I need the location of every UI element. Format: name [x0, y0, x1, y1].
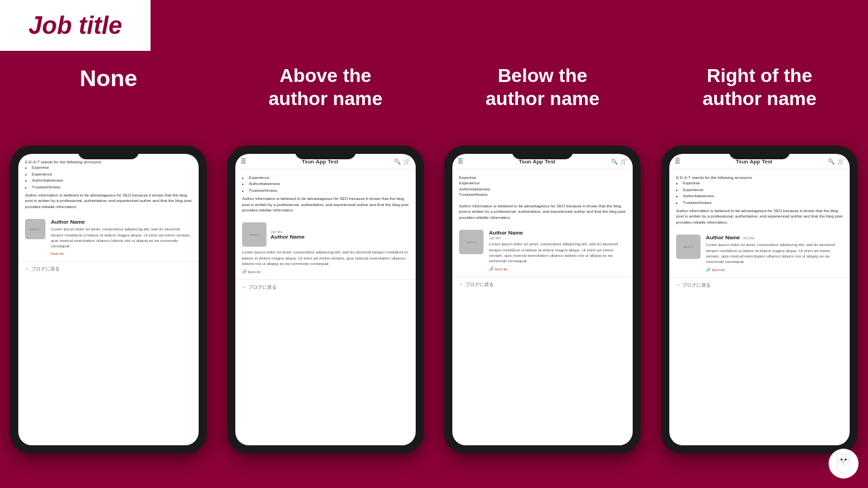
back-link-right[interactable]: ← ブログに戻る	[669, 277, 850, 293]
phone-notch-above	[295, 146, 356, 159]
col-label-right: Right of theauthor name	[665, 64, 854, 110]
menu-icon: ☰	[241, 158, 246, 165]
back-link-none[interactable]: ← ブログに戻る	[18, 261, 199, 277]
avatar-below: SAMPLE	[459, 230, 484, 254]
header-banner: Job title	[0, 0, 151, 51]
author-block-none: SAMPLE Author Name Lorem ipsum dolor sit…	[25, 215, 192, 256]
page-title: Job title	[28, 12, 122, 40]
phone-screen-above: ☰ Tsun App Test 🔍 🛒 Experience Authorita…	[235, 154, 416, 445]
back-link-above[interactable]: ← ブログに戻る	[235, 279, 416, 295]
phone-notch-below	[512, 146, 573, 159]
author-link[interactable]: tsun.ec	[51, 251, 192, 256]
svg-point-7	[842, 461, 845, 463]
phone-notch-right	[729, 146, 790, 159]
phone-notch	[78, 146, 139, 159]
column-labels: None Above theauthor name Below theautho…	[0, 64, 868, 110]
author-block-below: SAMPLE Author Name Job title Lorem ipsum…	[459, 226, 626, 271]
phone-above: ☰ Tsun App Test 🔍 🛒 Experience Authorita…	[227, 146, 424, 453]
search-icon-below: 🔍	[611, 159, 618, 165]
phones-row: E-E-A-T stands for the following acronym…	[0, 146, 868, 453]
author-link-below[interactable]: 🔗 tsun.ec	[489, 266, 626, 271]
menu-icon-below: ☰	[458, 158, 463, 165]
menu-icon-right: ☰	[675, 158, 680, 165]
col-label-none: None	[14, 64, 203, 110]
cart-icon-right: 🛒	[837, 159, 844, 165]
avatar-above: SAMPLE	[242, 222, 267, 247]
avatar-right: SAMPLE	[676, 235, 701, 259]
dog-icon	[827, 447, 860, 480]
author-block-above: SAMPLE Job title Author Name Lorem ipsum…	[242, 218, 409, 273]
back-link-below[interactable]: ← ブログに戻る	[452, 277, 633, 292]
col-label-below: Below theauthor name	[448, 64, 637, 110]
avatar: SAMPLE	[25, 219, 45, 239]
author-link-above[interactable]: 🔗 tsun.ec	[242, 269, 409, 274]
phone-screen-none: E-E-A-T stands for the following acronym…	[18, 154, 199, 445]
author-block-right: SAMPLE Author Name Job title Lorem ipsum…	[676, 230, 843, 272]
screen-body-text: E-E-A-T stands for the following acronym…	[25, 159, 192, 209]
cart-icon: 🛒	[403, 159, 410, 165]
search-icon-right: 🔍	[828, 159, 835, 165]
phone-screen-right: ☰ Tsun App Test 🔍 🛒 E-E-A-T stands for t…	[669, 154, 850, 445]
phone-screen-below: ☰ Tsun App Test 🔍 🛒 Expertise Experience…	[452, 154, 633, 445]
cart-icon-below: 🛒	[620, 159, 627, 165]
svg-point-6	[845, 459, 847, 461]
phone-none: E-E-A-T stands for the following acronym…	[10, 146, 207, 453]
author-link-right[interactable]: 🔗 tsun.ec	[706, 267, 843, 272]
phone-below: ☰ Tsun App Test 🔍 🛒 Expertise Experience…	[444, 146, 641, 453]
search-icon: 🔍	[394, 159, 401, 165]
phone-right: ☰ Tsun App Test 🔍 🛒 E-E-A-T stands for t…	[661, 146, 858, 453]
svg-point-5	[841, 459, 843, 461]
col-label-above: Above theauthor name	[231, 64, 420, 110]
